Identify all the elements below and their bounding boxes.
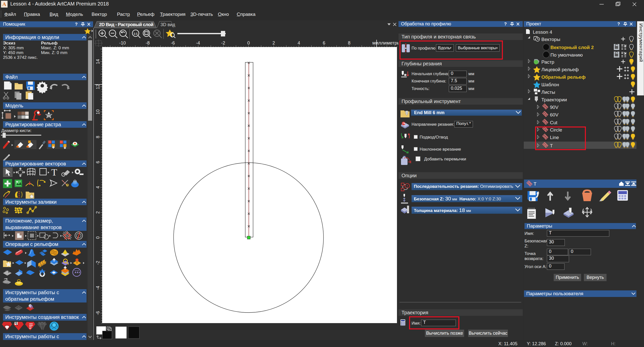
svg-text:2: 2 xyxy=(95,211,100,214)
svg-text:Лицевой рельеф: Лицевой рельеф xyxy=(541,67,579,72)
svg-text:12: 12 xyxy=(95,84,100,89)
svg-text:4: 4 xyxy=(95,186,100,189)
svg-text:-6: -6 xyxy=(95,311,100,315)
svg-text:T: T xyxy=(534,181,537,187)
svg-text:-4: -4 xyxy=(196,40,200,46)
svg-text:Траектории: Траектории xyxy=(541,97,567,102)
svg-text:Обратный рельеф: Обратный рельеф xyxy=(541,74,586,80)
svg-text:Векторный слой 2: Векторный слой 2 xyxy=(550,45,594,50)
svg-text:По умолчанию: По умолчанию xyxy=(550,52,583,58)
svg-text:-2: -2 xyxy=(221,40,225,46)
svg-text:14: 14 xyxy=(95,59,100,64)
svg-text:T: T xyxy=(51,167,57,178)
svg-text:?: ? xyxy=(75,22,77,27)
svg-text:Векторы: Векторы xyxy=(541,37,560,42)
svg-text:2: 2 xyxy=(272,40,275,46)
svg-text:90V: 90V xyxy=(550,105,558,110)
svg-text:1:1: 1:1 xyxy=(134,32,138,35)
svg-text:3D вид: 3D вид xyxy=(160,22,175,27)
svg-text:-10: -10 xyxy=(119,40,126,46)
svg-text:?: ? xyxy=(504,22,507,26)
svg-text:Листы: Листы xyxy=(541,90,555,95)
svg-text:Растр: Растр xyxy=(541,59,554,65)
svg-text:Шаблон: Шаблон xyxy=(541,82,559,87)
svg-text:0: 0 xyxy=(95,236,100,239)
svg-text:-2: -2 xyxy=(95,261,100,265)
svg-text:8: 8 xyxy=(95,136,100,138)
svg-text:Cut: Cut xyxy=(550,120,557,125)
svg-text:6: 6 xyxy=(323,40,325,46)
svg-text:0: 0 xyxy=(247,40,250,46)
svg-text:-6: -6 xyxy=(171,40,175,46)
svg-text:Lesson 4: Lesson 4 xyxy=(533,29,552,35)
svg-text:8: 8 xyxy=(348,40,350,46)
svg-text:?: ? xyxy=(617,22,620,26)
svg-text:2D Вид - Растровый слой: 2D Вид - Растровый слой xyxy=(99,22,153,27)
svg-text:-8: -8 xyxy=(146,40,150,46)
svg-text:10: 10 xyxy=(95,109,100,114)
svg-text:-4: -4 xyxy=(95,286,100,290)
svg-text:6: 6 xyxy=(95,161,100,163)
svg-text:60V: 60V xyxy=(550,112,558,117)
svg-text:4: 4 xyxy=(298,40,300,46)
svg-text:A: A xyxy=(2,1,6,7)
